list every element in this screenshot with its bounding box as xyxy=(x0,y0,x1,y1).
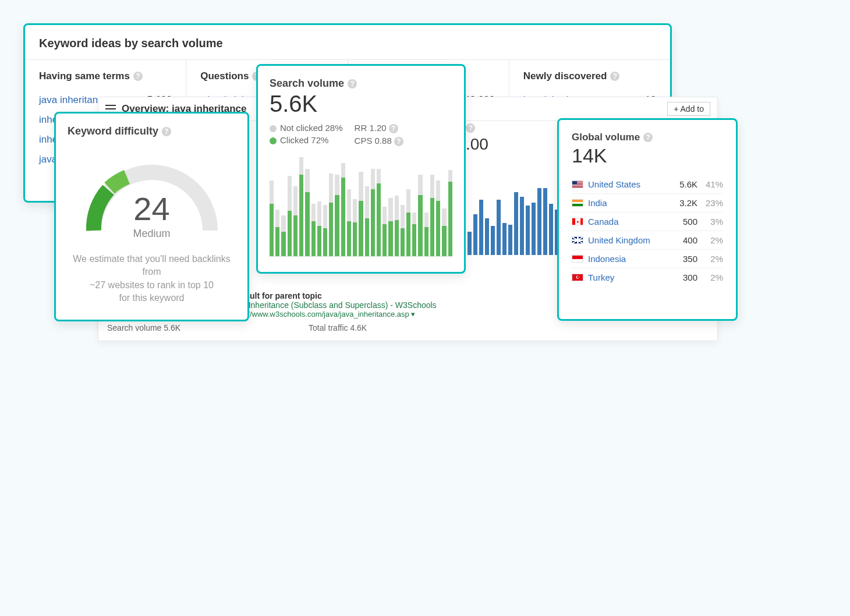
bar xyxy=(305,169,309,256)
bar xyxy=(412,213,416,256)
total-traffic-meta: Total traffic 4.6K xyxy=(309,323,367,332)
help-icon[interactable]: ? xyxy=(162,127,171,136)
bar xyxy=(473,214,477,255)
column-head: Newly discovered ? xyxy=(523,70,656,82)
country-row: Indonesia3502% xyxy=(572,250,723,268)
country-row: United Kingdom4002% xyxy=(572,231,723,250)
parent-topic-block: result for parent topic va Inheritance (… xyxy=(238,291,437,318)
bar xyxy=(436,180,440,256)
country-volume: 350 xyxy=(666,254,697,264)
country-link[interactable]: United States xyxy=(588,179,666,189)
bar xyxy=(275,210,279,256)
bar xyxy=(497,200,501,255)
parent-topic-title: result for parent topic xyxy=(238,291,437,300)
country-link[interactable]: Indonesia xyxy=(588,254,666,264)
parent-topic-url[interactable]: ps://www.w3schools.com/java/java_inherit… xyxy=(238,310,437,318)
country-pct: 2% xyxy=(697,272,723,282)
help-icon[interactable]: ? xyxy=(133,72,143,81)
help-icon[interactable]: ? xyxy=(348,79,357,88)
bar xyxy=(335,175,339,256)
gv-country-table: United States5.6K41%India3.2K23%Canada50… xyxy=(572,175,723,286)
bar xyxy=(537,188,541,255)
bar xyxy=(514,192,518,255)
country-volume: 400 xyxy=(666,235,697,245)
bar xyxy=(532,203,536,255)
bottom-meta: Search volume 5.6K Total traffic 4.6K xyxy=(107,323,367,332)
bar xyxy=(430,175,434,256)
country-link[interactable]: Turkey xyxy=(588,272,666,282)
bar xyxy=(479,200,483,255)
gv-title: Global volume ? xyxy=(572,132,723,143)
bar xyxy=(329,174,333,256)
bar xyxy=(448,170,452,256)
parent-topic-link[interactable]: va Inheritance (Subclass and Superclass)… xyxy=(238,300,437,310)
dot-icon xyxy=(270,125,277,132)
column-head: Having same terms ? xyxy=(39,70,172,82)
country-pct: 2% xyxy=(697,235,723,245)
country-pct: 3% xyxy=(697,217,723,226)
bar xyxy=(549,204,553,255)
sv-value: 5.6K xyxy=(270,91,452,117)
bar xyxy=(377,169,381,256)
kd-gauge: 24 Medium xyxy=(76,155,228,236)
bar xyxy=(293,186,298,256)
bar xyxy=(406,189,410,256)
bar xyxy=(491,226,495,255)
bar xyxy=(323,205,327,256)
sv-title: Search volume ? xyxy=(270,77,452,90)
dot-icon xyxy=(270,137,277,144)
country-pct: 2% xyxy=(697,254,723,264)
kd-description: We estimate that you'll need backlinks f… xyxy=(68,253,236,305)
bar xyxy=(371,169,375,256)
help-icon[interactable]: ? xyxy=(394,137,403,146)
bar xyxy=(311,204,316,256)
bar xyxy=(418,175,422,256)
bar xyxy=(395,196,399,256)
sv-meta: Not clicked 28% Clicked 72% RR 1.20 ? CP… xyxy=(270,123,452,146)
bar xyxy=(317,201,321,256)
traffic-potential-value: .00 xyxy=(466,135,488,154)
country-link[interactable]: India xyxy=(588,198,666,208)
country-pct: 41% xyxy=(697,179,723,189)
bar xyxy=(401,205,405,256)
traffic-bar-chart xyxy=(468,188,559,255)
country-row: Canada5003% xyxy=(572,213,723,231)
search-volume-card: Search volume ? 5.6K Not clicked 28% Cli… xyxy=(256,64,466,274)
global-volume-card: Global volume ? 14K United States5.6K41%… xyxy=(557,118,738,321)
country-volume: 500 xyxy=(666,217,697,226)
sv-bar-chart xyxy=(270,158,452,257)
keyword-difficulty-card: Keyword difficulty ? 24 Medium We estima… xyxy=(54,112,249,321)
bar xyxy=(347,189,351,256)
add-to-button[interactable]: + Add to xyxy=(667,102,710,116)
bar xyxy=(341,163,345,256)
help-icon[interactable]: ? xyxy=(466,123,475,133)
bar xyxy=(485,218,489,255)
bar xyxy=(424,213,428,256)
bar xyxy=(288,176,292,256)
bar xyxy=(520,197,524,255)
country-link[interactable]: Canada xyxy=(588,217,666,226)
kd-title: Keyword difficulty ? xyxy=(68,125,236,137)
kd-label: Medium xyxy=(133,228,170,240)
ideas-title: Keyword ideas by search volume xyxy=(25,37,670,59)
gv-value: 14K xyxy=(572,144,723,167)
help-icon[interactable]: ? xyxy=(389,124,398,133)
country-link[interactable]: United Kingdom xyxy=(588,235,666,245)
search-volume-meta: Search volume 5.6K xyxy=(107,323,180,332)
bar xyxy=(442,208,446,256)
kd-score: 24 xyxy=(133,190,170,228)
bar xyxy=(382,207,387,256)
country-row: ☪Turkey3002% xyxy=(572,268,723,286)
help-icon[interactable]: ? xyxy=(610,72,619,81)
bar xyxy=(299,157,303,256)
bar xyxy=(281,215,285,256)
bar xyxy=(502,223,507,255)
bar xyxy=(270,180,274,256)
help-icon[interactable]: ? xyxy=(643,133,653,142)
country-volume: 3.2K xyxy=(666,198,697,208)
country-volume: 5.6K xyxy=(666,179,697,189)
bar xyxy=(508,225,512,255)
bar xyxy=(468,232,472,255)
country-pct: 23% xyxy=(697,198,723,208)
bar xyxy=(365,186,369,256)
